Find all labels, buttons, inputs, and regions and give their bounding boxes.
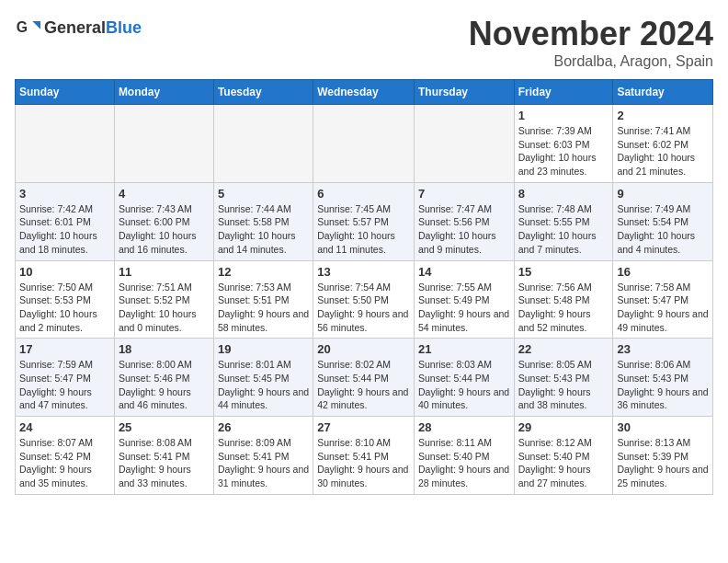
week-row-2: 3Sunrise: 7:42 AMSunset: 6:01 PMDaylight… [16, 182, 713, 260]
calendar-cell: 9Sunrise: 7:49 AMSunset: 5:54 PMDaylight… [613, 182, 713, 260]
day-info: Sunrise: 8:08 AMSunset: 5:41 PMDaylight:… [119, 436, 210, 490]
calendar-cell: 21Sunrise: 8:03 AMSunset: 5:44 PMDayligh… [414, 339, 514, 417]
weekday-header-wednesday: Wednesday [313, 80, 415, 105]
day-number: 2 [617, 109, 709, 122]
calendar-cell: 19Sunrise: 8:01 AMSunset: 5:45 PMDayligh… [213, 339, 313, 417]
day-number: 24 [19, 420, 110, 434]
day-number: 15 [518, 265, 609, 279]
calendar-cell: 11Sunrise: 7:51 AMSunset: 5:52 PMDayligh… [114, 260, 213, 339]
calendar-cell: 13Sunrise: 7:54 AMSunset: 5:50 PMDayligh… [313, 260, 415, 339]
day-number: 20 [317, 342, 410, 356]
calendar-cell: 28Sunrise: 8:11 AMSunset: 5:40 PMDayligh… [414, 417, 514, 495]
weekday-header-sunday: Sunday [16, 80, 115, 105]
calendar-cell [213, 105, 313, 183]
day-info: Sunrise: 7:56 AMSunset: 5:48 PMDaylight:… [518, 281, 609, 335]
weekday-header-friday: Friday [514, 80, 613, 105]
calendar-cell: 30Sunrise: 8:13 AMSunset: 5:39 PMDayligh… [613, 417, 713, 495]
day-number: 22 [518, 342, 609, 356]
day-info: Sunrise: 8:06 AMSunset: 5:43 PMDaylight:… [617, 358, 709, 412]
svg-text:G: G [17, 19, 28, 35]
day-number: 5 [218, 187, 309, 201]
day-info: Sunrise: 8:07 AMSunset: 5:42 PMDaylight:… [19, 436, 110, 490]
weekday-header-tuesday: Tuesday [213, 80, 313, 105]
day-number: 14 [418, 265, 510, 279]
day-number: 10 [19, 265, 110, 279]
day-number: 13 [317, 265, 410, 279]
day-number: 25 [119, 420, 210, 434]
day-info: Sunrise: 7:58 AMSunset: 5:47 PMDaylight:… [617, 281, 709, 335]
day-info: Sunrise: 7:54 AMSunset: 5:50 PMDaylight:… [317, 281, 410, 335]
calendar-cell [313, 105, 415, 183]
day-info: Sunrise: 8:09 AMSunset: 5:41 PMDaylight:… [218, 436, 309, 490]
weekday-header-thursday: Thursday [414, 80, 514, 105]
logo-general-text: General [44, 18, 106, 37]
day-info: Sunrise: 7:43 AMSunset: 6:00 PMDaylight:… [119, 202, 210, 257]
day-number: 11 [119, 265, 210, 279]
day-number: 9 [617, 187, 709, 201]
calendar-cell: 24Sunrise: 8:07 AMSunset: 5:42 PMDayligh… [16, 417, 115, 495]
day-info: Sunrise: 7:53 AMSunset: 5:51 PMDaylight:… [218, 281, 309, 335]
day-info: Sunrise: 7:41 AMSunset: 6:02 PMDaylight:… [617, 124, 709, 178]
calendar-cell: 10Sunrise: 7:50 AMSunset: 5:53 PMDayligh… [16, 260, 115, 339]
day-number: 26 [218, 420, 309, 434]
calendar-cell [16, 105, 115, 183]
calendar-cell: 14Sunrise: 7:55 AMSunset: 5:49 PMDayligh… [414, 260, 514, 339]
calendar-cell: 26Sunrise: 8:09 AMSunset: 5:41 PMDayligh… [213, 417, 313, 495]
calendar-cell: 22Sunrise: 8:05 AMSunset: 5:43 PMDayligh… [514, 339, 613, 417]
calendar-cell: 2Sunrise: 7:41 AMSunset: 6:02 PMDaylight… [613, 105, 713, 183]
day-number: 16 [617, 265, 709, 279]
day-number: 21 [418, 342, 510, 356]
day-info: Sunrise: 8:05 AMSunset: 5:43 PMDaylight:… [518, 358, 609, 412]
day-number: 28 [418, 420, 510, 434]
week-row-1: 1Sunrise: 7:39 AMSunset: 6:03 PMDaylight… [16, 105, 713, 183]
calendar-cell: 5Sunrise: 7:44 AMSunset: 5:58 PMDaylight… [213, 182, 313, 260]
day-number: 23 [617, 342, 709, 356]
day-info: Sunrise: 8:12 AMSunset: 5:40 PMDaylight:… [518, 436, 609, 490]
calendar-cell [114, 105, 213, 183]
day-number: 3 [19, 187, 110, 201]
calendar-cell: 27Sunrise: 8:10 AMSunset: 5:41 PMDayligh… [313, 417, 415, 495]
day-info: Sunrise: 7:51 AMSunset: 5:52 PMDaylight:… [119, 281, 210, 335]
day-info: Sunrise: 8:00 AMSunset: 5:46 PMDaylight:… [119, 358, 210, 412]
day-number: 18 [119, 342, 210, 356]
logo-blue-text: Blue [106, 18, 142, 37]
calendar-cell: 25Sunrise: 8:08 AMSunset: 5:41 PMDayligh… [114, 417, 213, 495]
day-info: Sunrise: 7:42 AMSunset: 6:01 PMDaylight:… [19, 202, 110, 257]
day-info: Sunrise: 7:50 AMSunset: 5:53 PMDaylight:… [19, 281, 110, 335]
day-info: Sunrise: 8:03 AMSunset: 5:44 PMDaylight:… [418, 358, 510, 412]
day-info: Sunrise: 7:48 AMSunset: 5:55 PMDaylight:… [518, 202, 609, 257]
title-block: November 2024 Bordalba, Aragon, Spain [469, 15, 713, 70]
weekday-header-monday: Monday [114, 80, 213, 105]
week-row-3: 10Sunrise: 7:50 AMSunset: 5:53 PMDayligh… [16, 260, 713, 339]
day-number: 7 [418, 187, 510, 201]
week-row-4: 17Sunrise: 7:59 AMSunset: 5:47 PMDayligh… [16, 339, 713, 417]
logo-icon: G [15, 15, 40, 40]
calendar-cell: 8Sunrise: 7:48 AMSunset: 5:55 PMDaylight… [514, 182, 613, 260]
calendar-cell: 23Sunrise: 8:06 AMSunset: 5:43 PMDayligh… [613, 339, 713, 417]
day-number: 8 [518, 187, 609, 201]
calendar-cell: 17Sunrise: 7:59 AMSunset: 5:47 PMDayligh… [16, 339, 115, 417]
calendar-cell [414, 105, 514, 183]
day-number: 6 [317, 187, 410, 201]
day-info: Sunrise: 7:55 AMSunset: 5:49 PMDaylight:… [418, 281, 510, 335]
day-info: Sunrise: 7:44 AMSunset: 5:58 PMDaylight:… [218, 202, 309, 257]
weekday-header-row: SundayMondayTuesdayWednesdayThursdayFrid… [16, 80, 713, 105]
calendar-cell: 6Sunrise: 7:45 AMSunset: 5:57 PMDaylight… [313, 182, 415, 260]
day-number: 30 [617, 420, 709, 434]
calendar-cell: 4Sunrise: 7:43 AMSunset: 6:00 PMDaylight… [114, 182, 213, 260]
day-number: 17 [19, 342, 110, 356]
week-row-5: 24Sunrise: 8:07 AMSunset: 5:42 PMDayligh… [16, 417, 713, 495]
day-number: 19 [218, 342, 309, 356]
svg-marker-1 [32, 21, 40, 29]
day-info: Sunrise: 7:39 AMSunset: 6:03 PMDaylight:… [518, 124, 609, 178]
calendar-cell: 18Sunrise: 8:00 AMSunset: 5:46 PMDayligh… [114, 339, 213, 417]
day-info: Sunrise: 8:02 AMSunset: 5:44 PMDaylight:… [317, 358, 410, 412]
day-info: Sunrise: 7:59 AMSunset: 5:47 PMDaylight:… [19, 358, 110, 412]
calendar-cell: 7Sunrise: 7:47 AMSunset: 5:56 PMDaylight… [414, 182, 514, 260]
day-info: Sunrise: 8:13 AMSunset: 5:39 PMDaylight:… [617, 436, 709, 490]
weekday-header-saturday: Saturday [613, 80, 713, 105]
day-number: 1 [518, 109, 609, 122]
calendar-cell: 12Sunrise: 7:53 AMSunset: 5:51 PMDayligh… [213, 260, 313, 339]
calendar: SundayMondayTuesdayWednesdayThursdayFrid… [15, 79, 713, 495]
day-info: Sunrise: 8:01 AMSunset: 5:45 PMDaylight:… [218, 358, 309, 412]
